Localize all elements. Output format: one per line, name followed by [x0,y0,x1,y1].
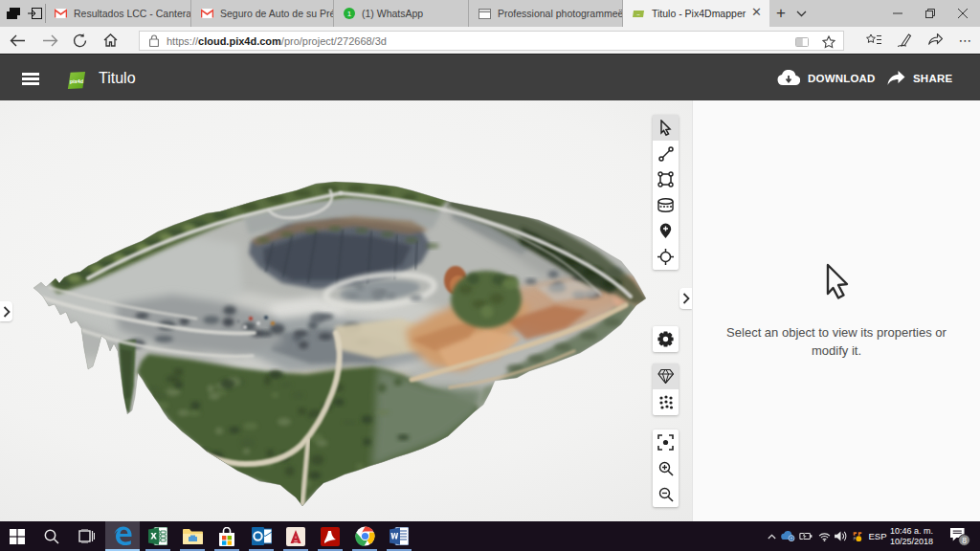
svg-text:8: 8 [962,535,967,544]
svg-text:~: ~ [636,11,640,17]
svg-text:pix4d: pix4d [70,78,83,84]
svg-text:1: 1 [347,10,352,18]
